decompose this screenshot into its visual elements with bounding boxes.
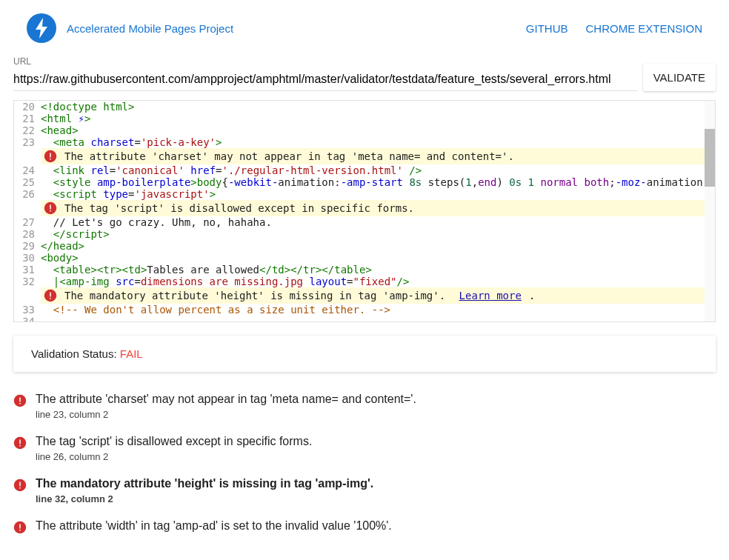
error-item[interactable]: The attribute 'width' in tag 'amp-ad' is… [13, 512, 716, 533]
error-message: The attribute 'width' in tag 'amp-ad' is… [36, 519, 392, 533]
code-line[interactable]: // Let's go crazy. Uhm, no, hahaha. [41, 216, 715, 228]
status-value: FAIL [120, 347, 143, 360]
error-list[interactable]: The attribute 'charset' may not appear i… [13, 385, 716, 533]
github-link[interactable]: GITHUB [526, 22, 568, 35]
line-number: 31 [14, 264, 41, 276]
code-line[interactable] [41, 316, 715, 321]
scrollbar-vertical[interactable] [705, 101, 715, 321]
error-message: The mandatory attribute 'height' is miss… [36, 477, 373, 490]
error-location: line 32, column 2 [36, 493, 373, 504]
inline-error[interactable]: The mandatory attribute 'height' is miss… [41, 287, 715, 304]
error-icon [13, 436, 27, 450]
line-number: 25 [14, 176, 41, 188]
header-title[interactable]: Accelerated Mobile Pages Project [67, 22, 233, 35]
code-line[interactable]: </script> [41, 228, 715, 240]
code-line[interactable]: <body> [41, 252, 715, 264]
error-icon [44, 289, 57, 302]
line-number: 29 [14, 240, 41, 252]
error-icon [13, 479, 27, 492]
app-header: Accelerated Mobile Pages Project GITHUB … [0, 0, 729, 56]
inline-error[interactable]: The tag 'script' is disallowed except in… [41, 200, 715, 216]
learn-more-link[interactable]: Learn more [459, 290, 522, 301]
code-line[interactable]: <!-- We don't allow percent as a size un… [41, 304, 715, 316]
code-line[interactable]: <!doctype html> [41, 101, 715, 113]
line-number: 33 [14, 304, 41, 316]
line-number: 27 [14, 216, 41, 228]
validation-status: Validation Status: FAIL [13, 336, 716, 372]
code-editor[interactable]: 20<!doctype html> 21<html ⚡> 22<head> 23… [13, 100, 716, 322]
line-number: 30 [14, 252, 41, 264]
error-item[interactable]: The mandatory attribute 'height' is miss… [13, 470, 716, 512]
chrome-extension-link[interactable]: CHROME EXTENSION [585, 22, 702, 35]
line-number: 26 [14, 188, 41, 200]
error-item[interactable]: The tag 'script' is disallowed except in… [13, 427, 716, 470]
error-icon [13, 521, 27, 533]
url-label: URL [13, 56, 637, 67]
code-line[interactable]: <script type='javascript'> [41, 188, 715, 200]
amp-logo-icon [27, 13, 56, 43]
code-line[interactable]: <html ⚡> [41, 113, 715, 124]
code-line[interactable]: <link rel='canonical' href='./regular-ht… [41, 164, 715, 176]
code-line[interactable]: </head> [41, 240, 715, 252]
inline-error[interactable]: The attribute 'charset' may not appear i… [41, 148, 715, 164]
error-item[interactable]: The attribute 'charset' may not appear i… [13, 385, 716, 427]
line-number: 32 [14, 276, 41, 287]
code-line[interactable]: <table><tr><td>Tables are allowed</td></… [41, 264, 715, 276]
line-number: 22 [14, 124, 41, 136]
url-input[interactable] [13, 68, 637, 91]
error-icon [44, 201, 57, 215]
line-number: 23 [14, 136, 41, 148]
line-number: 28 [14, 228, 41, 240]
code-line[interactable]: <style amp-boilerplate>body{-webkit-anim… [41, 176, 715, 188]
error-location: line 26, column 2 [36, 451, 312, 462]
line-number: 24 [14, 164, 41, 176]
code-line[interactable]: <head> [41, 124, 715, 136]
error-message: The tag 'script' is disallowed except in… [36, 435, 312, 448]
line-number: 20 [14, 101, 41, 113]
code-line[interactable]: |<amp-img src=dimensions are missing.jpg… [41, 276, 715, 287]
error-icon [44, 150, 57, 163]
error-location: line 23, column 2 [36, 409, 416, 420]
error-icon [13, 394, 27, 407]
error-message: The attribute 'charset' may not appear i… [36, 393, 416, 406]
validate-button[interactable]: VALIDATE [643, 64, 716, 91]
line-number: 21 [14, 113, 41, 124]
code-line[interactable]: <meta charset='pick-a-key'> [41, 136, 715, 148]
url-section: URL VALIDATE [0, 56, 729, 100]
line-number: 34 [14, 316, 41, 321]
